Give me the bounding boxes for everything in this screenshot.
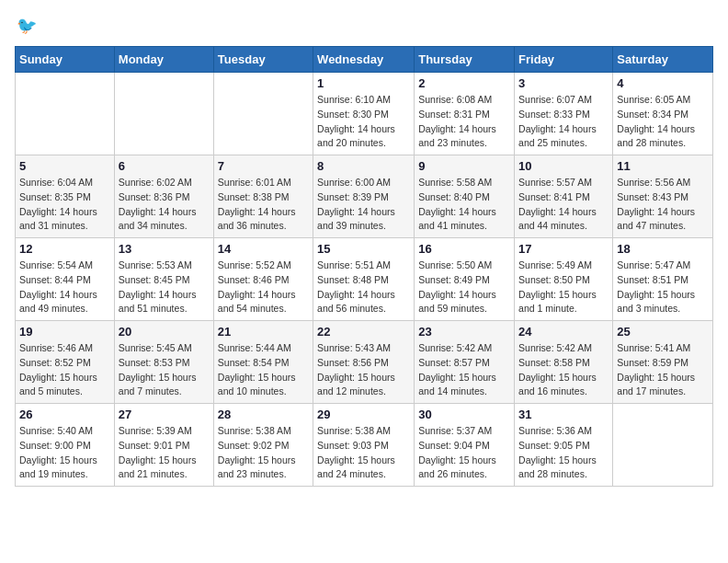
calendar-cell: 30Sunrise: 5:37 AM Sunset: 9:04 PM Dayli… — [415, 404, 515, 487]
calendar-day-header: Wednesday — [313, 47, 415, 73]
day-number: 15 — [317, 242, 410, 256]
calendar-week-row: 26Sunrise: 5:40 AM Sunset: 9:00 PM Dayli… — [16, 404, 713, 487]
day-info: Sunrise: 5:38 AM Sunset: 9:03 PM Dayligh… — [317, 424, 410, 482]
day-number: 23 — [418, 325, 510, 339]
day-info: Sunrise: 5:43 AM Sunset: 8:56 PM Dayligh… — [317, 341, 410, 399]
day-number: 12 — [19, 242, 110, 256]
day-number: 19 — [19, 325, 110, 339]
day-number: 30 — [418, 408, 510, 421]
day-info: Sunrise: 5:51 AM Sunset: 8:48 PM Dayligh… — [317, 259, 410, 316]
calendar-day-header: Monday — [114, 47, 213, 73]
calendar-day-header: Sunday — [16, 47, 115, 73]
day-info: Sunrise: 5:42 AM Sunset: 8:57 PM Dayligh… — [418, 341, 510, 399]
calendar-day-header: Thursday — [415, 47, 515, 73]
calendar-cell: 8Sunrise: 6:00 AM Sunset: 8:39 PM Daylig… — [313, 155, 415, 238]
day-number: 10 — [518, 159, 609, 173]
day-info: Sunrise: 6:08 AM Sunset: 8:31 PM Dayligh… — [418, 93, 510, 151]
day-number: 24 — [518, 325, 609, 339]
day-number: 6 — [119, 159, 210, 173]
day-number: 13 — [119, 242, 210, 256]
calendar-cell: 14Sunrise: 5:52 AM Sunset: 8:46 PM Dayli… — [213, 238, 313, 321]
day-info: Sunrise: 5:50 AM Sunset: 8:49 PM Dayligh… — [418, 259, 510, 316]
calendar-cell: 7Sunrise: 6:01 AM Sunset: 8:38 PM Daylig… — [213, 155, 313, 238]
day-info: Sunrise: 6:05 AM Sunset: 8:34 PM Dayligh… — [617, 93, 709, 151]
calendar-cell: 25Sunrise: 5:41 AM Sunset: 8:59 PM Dayli… — [613, 321, 713, 404]
day-info: Sunrise: 6:00 AM Sunset: 8:39 PM Dayligh… — [317, 176, 410, 234]
day-number: 21 — [218, 325, 309, 339]
calendar-cell: 11Sunrise: 5:56 AM Sunset: 8:43 PM Dayli… — [613, 155, 713, 238]
day-number: 4 — [617, 76, 709, 90]
calendar-cell — [16, 73, 115, 155]
calendar-cell: 4Sunrise: 6:05 AM Sunset: 8:34 PM Daylig… — [613, 73, 713, 155]
calendar-cell: 22Sunrise: 5:43 AM Sunset: 8:56 PM Dayli… — [313, 321, 415, 404]
calendar-cell: 18Sunrise: 5:47 AM Sunset: 8:51 PM Dayli… — [613, 238, 713, 321]
day-info: Sunrise: 5:36 AM Sunset: 9:05 PM Dayligh… — [518, 424, 609, 482]
day-number: 20 — [119, 325, 210, 339]
day-number: 18 — [617, 242, 709, 256]
day-info: Sunrise: 6:04 AM Sunset: 8:35 PM Dayligh… — [19, 176, 110, 234]
day-number: 29 — [317, 408, 410, 421]
calendar-cell: 13Sunrise: 5:53 AM Sunset: 8:45 PM Dayli… — [114, 238, 213, 321]
day-info: Sunrise: 5:58 AM Sunset: 8:40 PM Dayligh… — [418, 176, 510, 234]
calendar-week-row: 5Sunrise: 6:04 AM Sunset: 8:35 PM Daylig… — [16, 155, 713, 238]
calendar-cell: 21Sunrise: 5:44 AM Sunset: 8:54 PM Dayli… — [213, 321, 313, 404]
day-info: Sunrise: 5:41 AM Sunset: 8:59 PM Dayligh… — [617, 341, 709, 399]
calendar-cell: 12Sunrise: 5:54 AM Sunset: 8:44 PM Dayli… — [16, 238, 115, 321]
calendar-cell: 9Sunrise: 5:58 AM Sunset: 8:40 PM Daylig… — [415, 155, 515, 238]
calendar-cell — [114, 73, 213, 155]
day-number: 14 — [218, 242, 309, 256]
page-header: 🐦 — [15, 15, 713, 35]
day-number: 3 — [518, 76, 609, 90]
calendar-cell: 17Sunrise: 5:49 AM Sunset: 8:50 PM Dayli… — [515, 238, 613, 321]
day-number: 28 — [218, 408, 309, 421]
day-info: Sunrise: 5:45 AM Sunset: 8:53 PM Dayligh… — [119, 341, 210, 399]
calendar-cell: 5Sunrise: 6:04 AM Sunset: 8:35 PM Daylig… — [16, 155, 115, 238]
day-info: Sunrise: 5:47 AM Sunset: 8:51 PM Dayligh… — [617, 259, 709, 316]
calendar-week-row: 12Sunrise: 5:54 AM Sunset: 8:44 PM Dayli… — [16, 238, 713, 321]
calendar-cell: 15Sunrise: 5:51 AM Sunset: 8:48 PM Dayli… — [313, 238, 415, 321]
day-number: 31 — [518, 408, 609, 421]
day-number: 2 — [418, 76, 510, 90]
day-info: Sunrise: 6:01 AM Sunset: 8:38 PM Dayligh… — [218, 176, 309, 234]
day-info: Sunrise: 5:54 AM Sunset: 8:44 PM Dayligh… — [19, 259, 110, 316]
calendar-header-row: SundayMondayTuesdayWednesdayThursdayFrid… — [16, 47, 713, 73]
day-number: 26 — [19, 408, 110, 421]
day-info: Sunrise: 5:40 AM Sunset: 9:00 PM Dayligh… — [19, 424, 110, 482]
day-info: Sunrise: 5:49 AM Sunset: 8:50 PM Dayligh… — [518, 259, 609, 316]
day-number: 7 — [218, 159, 309, 173]
calendar-cell: 2Sunrise: 6:08 AM Sunset: 8:31 PM Daylig… — [415, 73, 515, 155]
calendar-week-row: 19Sunrise: 5:46 AM Sunset: 8:52 PM Dayli… — [16, 321, 713, 404]
calendar-cell: 3Sunrise: 6:07 AM Sunset: 8:33 PM Daylig… — [515, 73, 613, 155]
calendar-cell: 29Sunrise: 5:38 AM Sunset: 9:03 PM Dayli… — [313, 404, 415, 487]
calendar-cell: 10Sunrise: 5:57 AM Sunset: 8:41 PM Dayli… — [515, 155, 613, 238]
logo: 🐦 — [15, 15, 37, 35]
calendar-table: SundayMondayTuesdayWednesdayThursdayFrid… — [15, 46, 713, 487]
day-info: Sunrise: 5:57 AM Sunset: 8:41 PM Dayligh… — [518, 176, 609, 234]
calendar-cell: 6Sunrise: 6:02 AM Sunset: 8:36 PM Daylig… — [114, 155, 213, 238]
day-number: 11 — [617, 159, 709, 173]
calendar-cell: 16Sunrise: 5:50 AM Sunset: 8:49 PM Dayli… — [415, 238, 515, 321]
calendar-cell: 23Sunrise: 5:42 AM Sunset: 8:57 PM Dayli… — [415, 321, 515, 404]
day-info: Sunrise: 5:38 AM Sunset: 9:02 PM Dayligh… — [218, 424, 309, 482]
calendar-day-header: Friday — [515, 47, 613, 73]
day-info: Sunrise: 5:42 AM Sunset: 8:58 PM Dayligh… — [518, 341, 609, 399]
logo-bird-icon: 🐦 — [17, 17, 37, 34]
calendar-cell: 28Sunrise: 5:38 AM Sunset: 9:02 PM Dayli… — [213, 404, 313, 487]
calendar-cell: 24Sunrise: 5:42 AM Sunset: 8:58 PM Dayli… — [515, 321, 613, 404]
calendar-cell: 20Sunrise: 5:45 AM Sunset: 8:53 PM Dayli… — [114, 321, 213, 404]
day-number: 17 — [518, 242, 609, 256]
day-info: Sunrise: 5:53 AM Sunset: 8:45 PM Dayligh… — [119, 259, 210, 316]
calendar-cell: 31Sunrise: 5:36 AM Sunset: 9:05 PM Dayli… — [515, 404, 613, 487]
logo-text: 🐦 — [15, 15, 37, 35]
day-info: Sunrise: 5:39 AM Sunset: 9:01 PM Dayligh… — [119, 424, 210, 482]
calendar-week-row: 1Sunrise: 6:10 AM Sunset: 8:30 PM Daylig… — [16, 73, 713, 155]
calendar-cell — [213, 73, 313, 155]
day-info: Sunrise: 5:46 AM Sunset: 8:52 PM Dayligh… — [19, 341, 110, 399]
calendar-cell: 19Sunrise: 5:46 AM Sunset: 8:52 PM Dayli… — [16, 321, 115, 404]
calendar-cell — [613, 404, 713, 487]
calendar-cell: 1Sunrise: 6:10 AM Sunset: 8:30 PM Daylig… — [313, 73, 415, 155]
day-info: Sunrise: 5:37 AM Sunset: 9:04 PM Dayligh… — [418, 424, 510, 482]
calendar-cell: 27Sunrise: 5:39 AM Sunset: 9:01 PM Dayli… — [114, 404, 213, 487]
day-number: 22 — [317, 325, 410, 339]
day-info: Sunrise: 6:07 AM Sunset: 8:33 PM Dayligh… — [518, 93, 609, 151]
